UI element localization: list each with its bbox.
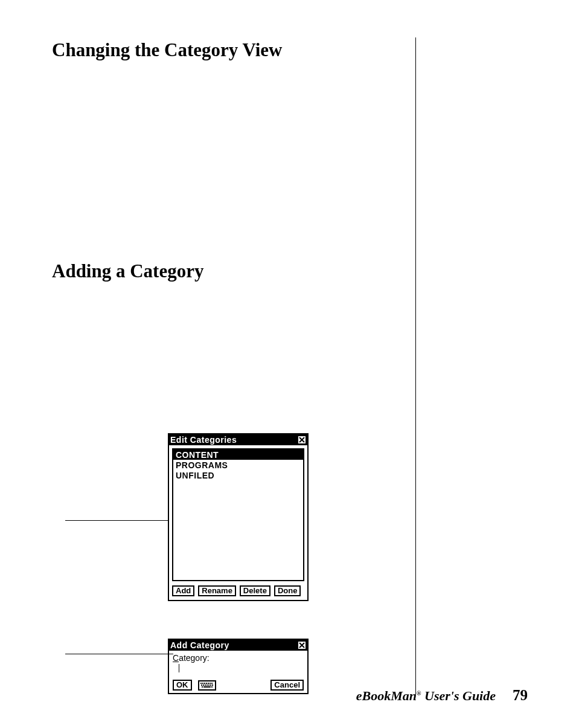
svg-rect-17 — [211, 686, 213, 688]
list-item[interactable]: UNFILED — [173, 470, 303, 480]
svg-rect-8 — [201, 685, 202, 686]
add-category-dialog: Add Category Category: OK — [168, 639, 309, 694]
list-item[interactable]: CONTENT — [173, 449, 303, 460]
svg-rect-4 — [206, 683, 207, 684]
rename-button[interactable]: Rename — [198, 585, 236, 596]
svg-rect-7 — [211, 683, 213, 684]
category-input[interactable] — [179, 664, 304, 675]
page-footer: eBookMan® User's Guide 79 — [356, 687, 528, 704]
svg-rect-2 — [202, 683, 203, 684]
add-button[interactable]: Add — [172, 585, 194, 596]
category-field-label: Category: — [173, 653, 304, 663]
svg-rect-9 — [203, 685, 204, 686]
dialog-titlebar: Edit Categories — [169, 434, 307, 445]
footer-guide-title: eBookMan® User's Guide — [356, 688, 496, 704]
list-item[interactable]: PROGRAMS — [173, 460, 303, 470]
svg-rect-1 — [200, 683, 202, 684]
right-vertical-rule — [415, 37, 416, 695]
svg-rect-11 — [206, 685, 208, 686]
svg-rect-12 — [208, 685, 210, 686]
cancel-button[interactable]: Cancel — [270, 680, 304, 691]
edit-categories-dialog: Edit Categories CONTENT PROGRAMS UNFILED… — [168, 433, 309, 601]
close-icon[interactable] — [298, 436, 306, 444]
dialog-titlebar: Add Category — [169, 640, 307, 651]
categories-listbox[interactable]: CONTENT PROGRAMS UNFILED — [172, 448, 304, 581]
dialog-title-text: Edit Categories — [170, 435, 237, 445]
heading-changing-category-view: Changing the Category View — [52, 39, 409, 61]
svg-rect-16 — [203, 686, 211, 688]
callout-line-listbox — [65, 520, 169, 521]
heading-adding-category: Adding a Category — [52, 260, 409, 282]
svg-rect-14 — [212, 685, 213, 686]
ok-button[interactable]: OK — [173, 680, 192, 691]
text-cursor — [179, 664, 179, 672]
svg-rect-15 — [202, 686, 203, 688]
svg-rect-5 — [208, 683, 209, 684]
close-icon[interactable] — [298, 641, 306, 649]
dialog-title-text: Add Category — [170, 640, 229, 650]
delete-button[interactable]: Delete — [240, 585, 270, 596]
svg-rect-3 — [204, 683, 205, 684]
svg-rect-13 — [210, 685, 211, 686]
keyboard-icon[interactable] — [198, 680, 216, 691]
edit-categories-figure: Edit Categories CONTENT PROGRAMS UNFILED… — [168, 433, 409, 694]
svg-rect-10 — [205, 685, 206, 686]
callout-line-category-field — [65, 654, 173, 654]
svg-rect-6 — [210, 683, 211, 684]
done-button[interactable]: Done — [274, 585, 301, 596]
page-number: 79 — [513, 687, 528, 704]
